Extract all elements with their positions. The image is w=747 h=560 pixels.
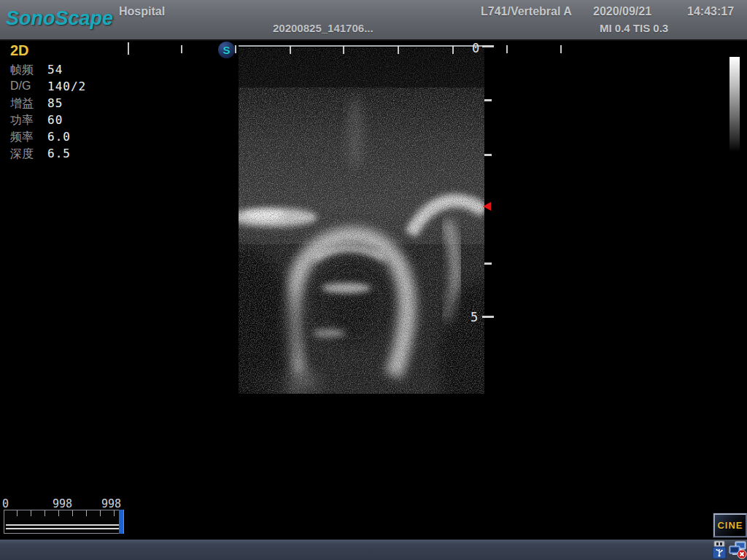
mi-tis-readout: MI 0.4 TIS 0.3 xyxy=(600,22,668,34)
param-label: D/G xyxy=(10,79,31,92)
depth-label-bottom: 5 xyxy=(471,310,478,324)
param-row-dynamic-range: D/G 140/2 xyxy=(10,79,31,96)
depth-tick xyxy=(484,262,492,265)
cine-tick xyxy=(86,510,87,516)
exam-id: 20200825_141706... xyxy=(273,22,374,34)
clock: 14:43:17 xyxy=(687,5,734,18)
brand-logo: SonoScape xyxy=(6,7,113,30)
cine-tick xyxy=(44,510,45,516)
param-value: 6.5 xyxy=(47,147,71,160)
depth-tick xyxy=(482,45,494,47)
cine-total-frames: 998 xyxy=(101,497,121,510)
param-value: 85 xyxy=(47,96,63,110)
cine-scrollbar[interactable] xyxy=(4,510,124,534)
cine-tick xyxy=(31,510,31,516)
ultrasound-speckle-render xyxy=(239,47,484,394)
ruler-tick xyxy=(235,45,236,53)
param-label: 增益 xyxy=(10,97,34,109)
depth-tick xyxy=(484,154,492,156)
param-row-gain: 增益 85 xyxy=(10,96,34,112)
param-row-frame-rate: 帧频 54 xyxy=(10,63,34,79)
ruler-tick xyxy=(506,45,508,53)
depth-tick xyxy=(484,99,492,101)
cine-track-line xyxy=(6,528,121,529)
param-value: 140/2 xyxy=(47,79,86,93)
ruler-tick xyxy=(128,42,129,55)
cine-button[interactable]: CINE xyxy=(713,513,747,537)
cine-current-frame: 998 xyxy=(53,497,72,510)
focus-marker-icon xyxy=(483,202,491,211)
param-value: 6.0 xyxy=(47,130,71,144)
cine-tick xyxy=(100,510,101,516)
param-label: 功率 xyxy=(10,114,34,126)
ruler-tick xyxy=(181,45,182,53)
probe-orientation-icon: S xyxy=(218,42,235,58)
ultrasound-image xyxy=(239,47,484,394)
cine-tick xyxy=(114,510,115,516)
param-label: 帧频 xyxy=(10,63,34,76)
param-label: 深度 xyxy=(10,147,34,160)
ultrasound-screen: SonoScape Hospital 20200825_141706... L7… xyxy=(0,0,747,560)
param-row-depth: 深度 6.5 xyxy=(10,147,34,163)
param-row-frequency: 频率 6.0 xyxy=(10,130,34,146)
hospital-name: Hospital xyxy=(119,5,165,18)
param-row-power: 功率 60 xyxy=(10,113,34,129)
ruler-tick xyxy=(560,45,562,53)
param-label: 频率 xyxy=(10,131,34,143)
probe-preset: L741/Vertebral A xyxy=(481,5,572,18)
cine-tick xyxy=(58,510,59,516)
ruler-tick xyxy=(290,46,291,54)
ruler-tick xyxy=(452,46,454,54)
horizontal-ruler-line xyxy=(239,45,484,47)
ruler-tick xyxy=(343,46,344,54)
network-disconnected-icon[interactable] xyxy=(728,540,746,559)
grayscale-bar xyxy=(729,57,740,152)
exam-date: 2020/09/21 xyxy=(593,5,651,18)
cine-position-handle[interactable] xyxy=(119,510,123,534)
mode-label: 2D xyxy=(10,42,29,59)
ruler-tick xyxy=(398,46,399,54)
param-value: 60 xyxy=(47,113,63,127)
depth-label-top: 0 xyxy=(472,41,479,55)
taskbar xyxy=(0,540,747,560)
cine-tick xyxy=(17,510,18,516)
cine-track-line xyxy=(6,524,121,526)
depth-tick xyxy=(482,316,494,318)
cine-tick xyxy=(72,510,73,516)
cine-start-frame: 0 xyxy=(2,497,9,510)
param-value: 54 xyxy=(47,63,63,77)
header-bar: SonoScape Hospital 20200825_141706... L7… xyxy=(0,0,747,41)
usb-device-icon[interactable] xyxy=(711,540,728,559)
